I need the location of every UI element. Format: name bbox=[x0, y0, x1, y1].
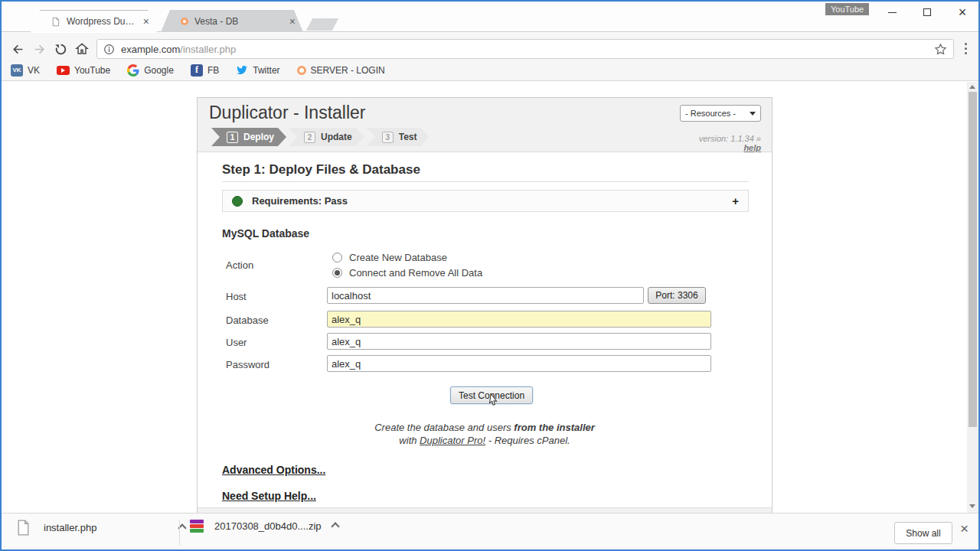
bookmark-twitter[interactable]: Twitter bbox=[236, 64, 279, 77]
requirements-toggle[interactable]: Requirements: Pass + bbox=[222, 190, 749, 212]
host-input[interactable] bbox=[327, 287, 644, 304]
url-host: example.com bbox=[121, 44, 180, 55]
chevron-up-icon[interactable] bbox=[331, 522, 339, 530]
heading-divider bbox=[222, 181, 749, 182]
minimize-icon bbox=[888, 12, 897, 13]
scrollbar-thumb[interactable] bbox=[969, 92, 977, 427]
note-text: Create the database and users bbox=[374, 422, 514, 433]
tab-close-icon[interactable]: × bbox=[289, 15, 296, 28]
twitter-icon bbox=[236, 64, 248, 77]
archive-icon bbox=[190, 520, 204, 533]
tab-vesta-db[interactable]: Vesta - DB × bbox=[161, 10, 303, 32]
database-input[interactable] bbox=[327, 311, 711, 328]
file-icon bbox=[17, 520, 30, 536]
installer-header: Duplicator - Installer - Resources - 1 D… bbox=[198, 98, 772, 152]
facebook-icon: f bbox=[191, 64, 203, 77]
user-label: User bbox=[226, 337, 247, 348]
tab-close-icon[interactable]: × bbox=[143, 15, 149, 28]
close-button[interactable]: × bbox=[951, 4, 974, 21]
chevron-down-icon bbox=[750, 112, 756, 116]
vesta-server-icon bbox=[297, 66, 306, 75]
version-text: version: 1.1.34 » help bbox=[680, 134, 761, 152]
bookmark-label: Twitter bbox=[253, 65, 279, 76]
download-item-zip[interactable]: 20170308_d0b4d0....zip bbox=[190, 520, 338, 533]
maximize-button[interactable] bbox=[916, 4, 939, 21]
show-all-button[interactable]: Show all bbox=[894, 522, 952, 544]
tab-wordpress-duplicator[interactable]: Wordpress Duplicator × bbox=[31, 10, 157, 32]
home-icon bbox=[75, 42, 89, 56]
installer-panel: Duplicator - Installer - Resources - 1 D… bbox=[197, 97, 773, 513]
shelf-close-icon[interactable]: × bbox=[960, 520, 969, 537]
tab-title: Wordpress Duplicator bbox=[67, 16, 137, 27]
forward-arrow-icon bbox=[33, 43, 46, 56]
youtube-watermark: YouTube bbox=[825, 3, 869, 15]
back-arrow-icon bbox=[11, 43, 24, 56]
download-item-installer[interactable]: installer.php bbox=[17, 520, 185, 536]
bookmark-vk[interactable]: VK VK bbox=[11, 64, 40, 77]
step-number: 3 bbox=[382, 132, 394, 143]
vk-icon: VK bbox=[11, 64, 23, 77]
page-scrollbar[interactable] bbox=[967, 82, 978, 513]
youtube-icon bbox=[57, 66, 70, 75]
vesta-favicon-icon bbox=[181, 18, 188, 25]
bookmark-label: FB bbox=[207, 65, 219, 76]
radio-create-new[interactable]: Create New Database bbox=[332, 252, 447, 263]
step-indicator: 1 Deploy 2 Update 3 Test bbox=[211, 128, 429, 146]
scroll-up-icon[interactable] bbox=[969, 85, 975, 89]
bookmark-label: Google bbox=[144, 65, 174, 76]
need-setup-help-link[interactable]: Need Setup Help... bbox=[222, 490, 316, 502]
bookmark-youtube[interactable]: YouTube bbox=[57, 65, 110, 76]
step-test: 3 Test bbox=[367, 128, 430, 146]
forward-button[interactable] bbox=[29, 39, 49, 59]
resources-dropdown-label: - Resources - bbox=[685, 109, 736, 118]
step-heading: Step 1: Deploy Files & Database bbox=[222, 162, 420, 178]
port-button[interactable]: Port: 3306 bbox=[648, 287, 706, 304]
page-favicon-icon bbox=[51, 16, 60, 28]
bookmark-star-icon[interactable] bbox=[934, 43, 947, 56]
step-label: Deploy bbox=[243, 132, 274, 142]
version-label: version: 1.1.34 » bbox=[699, 134, 761, 143]
window-controls: × bbox=[880, 4, 974, 21]
reload-button[interactable] bbox=[51, 39, 70, 59]
radio-connect-remove[interactable]: Connect and Remove All Data bbox=[332, 267, 482, 279]
expand-plus-icon[interactable]: + bbox=[732, 194, 739, 207]
step-number: 2 bbox=[304, 132, 315, 143]
step-label: Update bbox=[321, 132, 352, 142]
shelf-divider bbox=[179, 520, 180, 546]
note-text: with bbox=[399, 435, 420, 446]
database-label: Database bbox=[226, 315, 269, 326]
radio-selected-icon[interactable] bbox=[332, 268, 342, 278]
advanced-options-link[interactable]: Advanced Options... bbox=[222, 464, 325, 476]
bookmark-google[interactable]: Google bbox=[127, 64, 174, 77]
note-text: - Requires cPanel. bbox=[485, 435, 570, 446]
back-button[interactable] bbox=[8, 39, 28, 59]
home-button[interactable] bbox=[72, 39, 92, 59]
note-line-1: Create the database and users from the i… bbox=[198, 422, 772, 433]
google-icon bbox=[127, 64, 139, 77]
host-label: Host bbox=[226, 291, 247, 302]
section-heading: MySQL Database bbox=[222, 227, 309, 240]
mouse-cursor-icon bbox=[485, 393, 499, 409]
scroll-down-icon[interactable] bbox=[969, 504, 975, 508]
tab-title: Vesta - DB bbox=[194, 16, 283, 27]
download-filename: installer.php bbox=[44, 522, 96, 533]
radio-icon[interactable] bbox=[332, 253, 342, 262]
minimize-button[interactable] bbox=[880, 4, 903, 21]
step-number: 1 bbox=[227, 132, 238, 143]
note-line-2: with Duplicator Pro! - Requires cPanel. bbox=[198, 435, 772, 446]
page-info-icon[interactable] bbox=[103, 44, 115, 55]
help-link[interactable]: help bbox=[743, 143, 761, 152]
password-input[interactable] bbox=[327, 355, 711, 372]
step-label: Test bbox=[399, 132, 417, 142]
bookmark-server-login[interactable]: SERVER - LOGIN bbox=[297, 65, 385, 76]
resources-dropdown[interactable]: - Resources - bbox=[680, 105, 761, 122]
user-input[interactable] bbox=[327, 333, 711, 350]
downloads-bar: installer.php 20170308_d0b4d0....zip Sho… bbox=[2, 513, 978, 551]
bookmark-fb[interactable]: f FB bbox=[191, 64, 219, 77]
duplicator-pro-link[interactable]: Duplicator Pro! bbox=[420, 435, 485, 446]
bookmarks-bar: VK VK YouTube Google f FB Twitter SERVER… bbox=[2, 60, 978, 81]
browser-menu-icon[interactable] bbox=[965, 43, 967, 54]
step-deploy: 1 Deploy bbox=[211, 128, 286, 146]
address-bar[interactable]: example.com/installer.php bbox=[96, 39, 954, 59]
maximize-icon bbox=[923, 8, 931, 16]
